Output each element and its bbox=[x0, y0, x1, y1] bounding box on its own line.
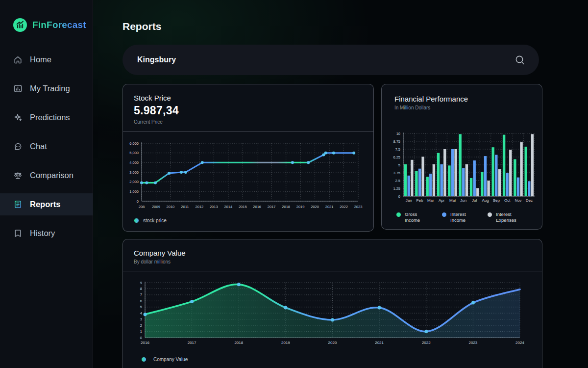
company-value-area-chart: 0123456789201620172018201920202021202220… bbox=[130, 277, 536, 352]
company-legend-label: Company Value bbox=[153, 357, 188, 362]
legend-item-label: Gross Income bbox=[405, 211, 431, 224]
svg-text:Jun: Jun bbox=[460, 198, 466, 203]
legend-item-label: Interest Income bbox=[450, 211, 477, 224]
svg-text:1: 1 bbox=[140, 329, 142, 334]
svg-text:Jul: Jul bbox=[472, 198, 477, 203]
home-icon bbox=[13, 55, 23, 64]
financial-chart-legend: Gross IncomeInterest IncomeInterest Expe… bbox=[388, 211, 537, 224]
svg-text:0: 0 bbox=[398, 194, 400, 199]
svg-text:4,000: 4,000 bbox=[129, 160, 139, 165]
company-card-header: Company Value By dollar millions bbox=[123, 239, 542, 271]
svg-text:2021: 2021 bbox=[375, 341, 384, 345]
svg-text:2023: 2023 bbox=[469, 341, 478, 345]
page-title: Reports bbox=[122, 21, 588, 32]
svg-text:1.25: 1.25 bbox=[393, 186, 400, 191]
svg-text:5: 5 bbox=[140, 305, 142, 309]
svg-text:2012: 2012 bbox=[196, 205, 204, 209]
sidebar-item-history[interactable]: History bbox=[0, 219, 93, 248]
sidebar: FinForecast HomeMy TradingPredictionsCha… bbox=[0, 0, 93, 368]
sidebar-item-home[interactable]: Home bbox=[0, 45, 93, 74]
company-card-title: Company Value bbox=[134, 249, 531, 257]
sidebar-item-label: Reports bbox=[30, 200, 60, 209]
svg-text:4: 4 bbox=[140, 311, 142, 315]
stock-price-card: Stock Price 5.987,34 Current Price 01,00… bbox=[122, 84, 374, 232]
legend-item-interest-expenses: Interest Expenses bbox=[488, 211, 522, 224]
search-icon[interactable] bbox=[514, 54, 526, 66]
svg-text:2018: 2018 bbox=[282, 205, 290, 209]
svg-text:2018: 2018 bbox=[234, 341, 243, 345]
company-card-subtitle: By dollar millions bbox=[134, 259, 531, 264]
financial-performance-bar-chart: 01.252.53.7556.257.58.7510JanFebMarAprMa… bbox=[388, 125, 538, 203]
svg-text:2016: 2016 bbox=[141, 341, 149, 345]
search-input[interactable] bbox=[137, 55, 514, 64]
svg-text:6.25: 6.25 bbox=[393, 155, 400, 159]
sidebar-item-label: My Trading bbox=[30, 84, 70, 93]
stock-current-price-value: 5.987,34 bbox=[134, 104, 363, 117]
svg-text:Jan: Jan bbox=[406, 198, 412, 203]
svg-text:Mai: Mai bbox=[449, 198, 456, 203]
svg-text:2020: 2020 bbox=[311, 205, 319, 209]
svg-text:2022: 2022 bbox=[422, 341, 431, 345]
svg-text:2016: 2016 bbox=[253, 205, 261, 209]
main-content: Reports Stock Price 5.987,34 Current Pri… bbox=[93, 0, 588, 368]
sidebar-item-chat[interactable]: Chat bbox=[0, 132, 93, 161]
financial-card-header: Financial Performance In Million Dollars bbox=[382, 84, 542, 118]
legend-dot-icon bbox=[442, 212, 446, 217]
company-value-card: Company Value By dollar millions 0123456… bbox=[122, 239, 542, 368]
company-legend-dot-icon bbox=[142, 357, 146, 362]
svg-text:0: 0 bbox=[140, 336, 142, 340]
sidebar-item-predictions[interactable]: Predictions bbox=[0, 103, 93, 132]
sidebar-item-label: Comparison bbox=[30, 171, 74, 180]
financial-card-body: 01.252.53.7556.257.58.7510JanFebMarAprMa… bbox=[382, 118, 542, 226]
svg-text:7: 7 bbox=[140, 292, 142, 297]
financial-performance-card: Financial Performance In Million Dollars… bbox=[381, 84, 542, 230]
svg-text:2021: 2021 bbox=[325, 205, 334, 209]
svg-text:2019: 2019 bbox=[296, 205, 305, 209]
svg-text:6: 6 bbox=[140, 299, 142, 303]
svg-text:Feb: Feb bbox=[416, 198, 423, 203]
stock-card-subtitle: Current Price bbox=[134, 119, 363, 125]
svg-text:6,000: 6,000 bbox=[129, 141, 139, 146]
stock-card-header: Stock Price 5.987,34 Current Price bbox=[123, 84, 373, 131]
company-chart-legend: Company Value bbox=[130, 357, 535, 362]
reports-icon bbox=[13, 200, 23, 209]
sidebar-item-reports[interactable]: Reports bbox=[0, 193, 93, 215]
svg-text:2022: 2022 bbox=[340, 205, 348, 209]
svg-text:3,000: 3,000 bbox=[129, 170, 139, 175]
search-bar[interactable] bbox=[122, 45, 539, 75]
svg-text:2011: 2011 bbox=[181, 205, 189, 209]
svg-text:2,000: 2,000 bbox=[129, 180, 139, 184]
svg-text:2024: 2024 bbox=[515, 341, 524, 345]
sidebar-item-label: Home bbox=[30, 55, 51, 64]
svg-text:10: 10 bbox=[396, 131, 400, 136]
svg-text:5: 5 bbox=[398, 163, 400, 167]
legend-item-label: Interest Expenses bbox=[496, 211, 522, 224]
legend-dot-icon bbox=[488, 212, 492, 217]
sidebar-item-comparison[interactable]: Comparison bbox=[0, 161, 93, 190]
sidebar-item-my-trading[interactable]: My Trading bbox=[0, 74, 93, 103]
sidebar-item-label: History bbox=[30, 229, 55, 238]
svg-text:Nov: Nov bbox=[514, 198, 521, 203]
svg-text:2013: 2013 bbox=[210, 205, 218, 209]
svg-text:2017: 2017 bbox=[268, 205, 276, 209]
svg-text:2017: 2017 bbox=[188, 341, 196, 345]
svg-text:2019: 2019 bbox=[281, 341, 290, 345]
svg-text:Mar: Mar bbox=[427, 198, 434, 203]
svg-text:0: 0 bbox=[137, 199, 139, 204]
svg-text:3: 3 bbox=[140, 317, 142, 321]
svg-text:Sep: Sep bbox=[493, 198, 500, 203]
svg-text:Oct: Oct bbox=[504, 198, 511, 203]
sidebar-item-label: Predictions bbox=[30, 113, 70, 122]
svg-text:5,000: 5,000 bbox=[129, 151, 139, 155]
brand[interactable]: FinForecast bbox=[0, 0, 93, 32]
sidebar-item-label: Chat bbox=[30, 142, 47, 151]
svg-text:7.5: 7.5 bbox=[395, 147, 400, 152]
stock-legend-label: stock price bbox=[143, 218, 167, 223]
svg-text:2023: 2023 bbox=[354, 205, 363, 209]
svg-text:2020: 2020 bbox=[328, 341, 337, 345]
svg-text:Apr: Apr bbox=[439, 198, 445, 203]
svg-text:2.5: 2.5 bbox=[395, 179, 400, 183]
svg-text:9: 9 bbox=[140, 281, 142, 285]
legend-dot-icon bbox=[396, 212, 401, 217]
predictions-icon bbox=[13, 113, 23, 122]
